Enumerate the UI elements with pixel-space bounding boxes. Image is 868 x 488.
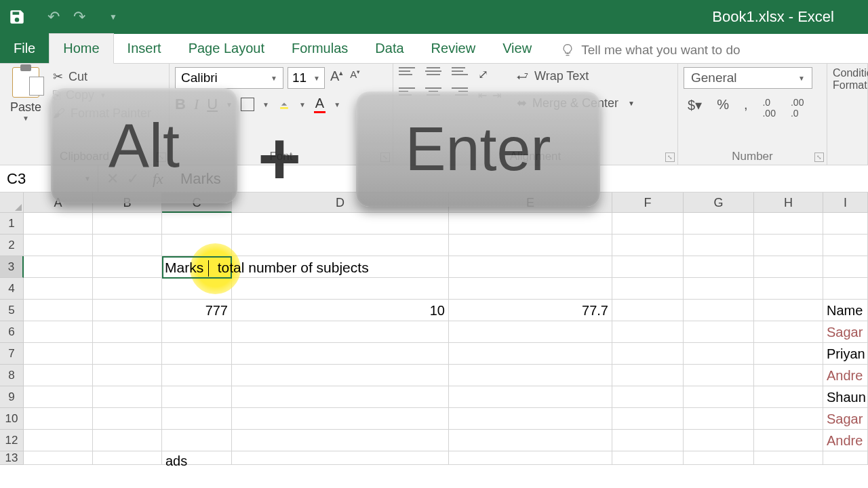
table-row: 8 Andre <box>0 365 868 386</box>
row-header-9[interactable]: 9 <box>0 386 24 408</box>
table-row: 2 <box>0 235 868 256</box>
cell-i8[interactable]: Andre <box>823 365 868 386</box>
col-header-h[interactable]: H <box>754 192 823 213</box>
table-row: 3 <box>0 256 868 278</box>
orientation-icon[interactable]: ⤢ <box>478 67 501 82</box>
number-format-select[interactable]: General▼ <box>684 67 812 89</box>
app-title: Book1.xlsx - Excel <box>712 8 834 26</box>
ribbon-tabs: File Home Insert Page Layout Formulas Da… <box>0 34 868 64</box>
comma-format-icon[interactable]: , <box>740 96 752 120</box>
number-launcher[interactable]: ⤡ <box>814 152 824 162</box>
increase-decimal-icon[interactable]: .0.00 <box>758 96 779 120</box>
cell-c5[interactable]: 777 <box>162 300 232 321</box>
scissors-icon: ✂ <box>53 69 63 84</box>
tell-me-search[interactable]: Tell me what you want to do <box>555 37 745 63</box>
table-row: 9 Shaun <box>0 386 868 408</box>
tell-me-label: Tell me what you want to do <box>581 43 740 58</box>
qat-dropdown-icon[interactable]: ▼ <box>109 12 117 22</box>
table-row: 6 Sagar <box>0 321 868 343</box>
row-header-12[interactable]: 12 <box>0 430 24 451</box>
table-row: 5 7771077.7Name <box>0 300 868 321</box>
title-bar: ↶ ↷ ▼ Book1.xlsx - Excel <box>0 0 868 34</box>
percent-format-icon[interactable]: % <box>713 96 733 120</box>
key-alt-overlay: Alt <box>51 88 237 203</box>
cell-i6[interactable]: Sagar <box>823 321 868 343</box>
cell-i5[interactable]: Name <box>823 300 868 321</box>
font-name-select[interactable]: Calibri▼ <box>175 67 283 89</box>
row-header-6[interactable]: 6 <box>0 321 24 343</box>
col-header-f[interactable]: F <box>612 192 684 213</box>
font-color-button[interactable]: A <box>314 96 326 113</box>
editing-cell-text: Marks total number of subjects <box>165 256 369 279</box>
cell-e5[interactable]: 77.7 <box>449 300 612 321</box>
row-header-8[interactable]: 8 <box>0 365 24 386</box>
plus-overlay: + <box>258 115 301 201</box>
tab-data[interactable]: Data <box>361 34 417 63</box>
tab-home[interactable]: Home <box>49 33 113 64</box>
redo-icon[interactable]: ↷ <box>73 8 85 26</box>
group-number: General▼ $▾ % , .0.00 .00.0 Number ⤡ <box>678 64 827 165</box>
wrap-icon: ⮐ <box>517 69 529 83</box>
table-row: 13 ads <box>0 451 868 465</box>
spreadsheet-grid: A B C D E F G H I 1 2 3 4 5 7771077.7Nam… <box>0 192 868 465</box>
tab-insert[interactable]: Insert <box>114 34 175 63</box>
col-header-i[interactable]: I <box>823 192 868 213</box>
wrap-text-button[interactable]: ⮐Wrap Text <box>515 67 637 85</box>
align-bottom-icon[interactable] <box>452 67 468 81</box>
accounting-format-icon[interactable]: $▾ <box>684 96 706 120</box>
conditional-format-button[interactable]: Conditional Format <box>833 67 862 92</box>
col-header-g[interactable]: G <box>684 192 754 213</box>
decrease-decimal-icon[interactable]: .00.0 <box>787 96 808 120</box>
key-enter-overlay: Enter <box>356 92 600 207</box>
table-row: 4 <box>0 278 868 300</box>
row-header-4[interactable]: 4 <box>0 278 24 300</box>
paste-icon <box>12 67 39 98</box>
quick-access-toolbar: ↶ ↷ ▼ <box>47 8 117 26</box>
border-button[interactable] <box>241 98 254 111</box>
tab-review[interactable]: Review <box>418 34 490 63</box>
row-header-13[interactable]: 13 <box>0 451 24 465</box>
tab-formulas[interactable]: Formulas <box>278 34 361 63</box>
cut-button[interactable]: ✂Cut <box>51 67 153 86</box>
undo-icon[interactable]: ↶ <box>47 8 60 26</box>
align-middle-icon[interactable] <box>425 67 441 81</box>
font-size-select[interactable]: 11▼ <box>288 67 325 89</box>
tab-file[interactable]: File <box>0 34 49 63</box>
cell-d5[interactable]: 10 <box>232 300 449 321</box>
row-header-7[interactable]: 7 <box>0 343 24 365</box>
table-row: 10 Sagar <box>0 408 868 430</box>
alignment-launcher[interactable]: ⤡ <box>665 152 675 162</box>
tab-view[interactable]: View <box>489 34 545 63</box>
row-header-1[interactable]: 1 <box>0 213 24 235</box>
save-icon[interactable] <box>7 7 27 27</box>
decrease-font-icon[interactable]: A▾ <box>349 67 361 89</box>
align-top-icon[interactable] <box>399 67 415 81</box>
fill-color-button[interactable] <box>277 98 291 111</box>
cell-i7[interactable]: Priyan <box>823 343 868 365</box>
row-header-3[interactable]: 3 <box>0 256 24 278</box>
row-header-2[interactable]: 2 <box>0 235 24 256</box>
table-row: 7 Priyan <box>0 343 868 365</box>
group-styles-partial: Conditional Format <box>827 64 868 165</box>
select-all-corner[interactable] <box>0 192 24 213</box>
cell-i10[interactable]: Sagar <box>823 408 868 430</box>
table-row: 1 <box>0 213 868 235</box>
table-row: 12 Andre <box>0 430 868 451</box>
row-header-10[interactable]: 10 <box>0 408 24 430</box>
increase-font-icon[interactable]: A▴ <box>329 67 344 89</box>
number-label: Number <box>732 150 772 163</box>
paste-button[interactable]: Paste ▼ <box>5 67 46 122</box>
cell-c13[interactable]: ads <box>162 451 232 465</box>
bulb-icon <box>561 43 574 57</box>
row-header-5[interactable]: 5 <box>0 300 24 321</box>
cell-i9[interactable]: Shaun <box>823 386 868 408</box>
svg-rect-0 <box>280 107 288 109</box>
cell-i12[interactable]: Andre <box>823 430 868 451</box>
tab-page-layout[interactable]: Page Layout <box>175 34 278 63</box>
